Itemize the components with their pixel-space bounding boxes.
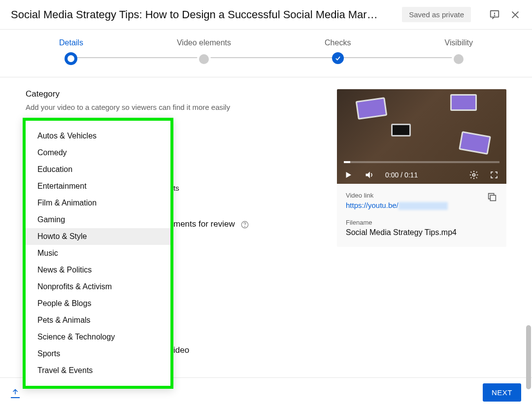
svg-point-6 — [245, 226, 245, 227]
save-status-badge: Saved as private — [402, 7, 471, 22]
link-redacted — [399, 202, 448, 210]
stepper: Details Video elements Checks Visibility — [0, 30, 532, 77]
step-visibility[interactable]: Visibility — [445, 38, 473, 66]
play-icon[interactable] — [344, 170, 354, 180]
video-link-label: Video link — [346, 192, 448, 199]
category-option[interactable]: Nonprofits & Activism — [26, 278, 170, 295]
volume-icon[interactable] — [365, 170, 374, 180]
step-dot — [197, 52, 211, 66]
step-dot — [65, 52, 77, 65]
obscured-text: ts — [173, 184, 179, 192]
video-thumbnail[interactable]: 0:00 / 0:11 — [337, 89, 506, 184]
step-details[interactable]: Details — [59, 38, 83, 65]
category-option[interactable]: Gaming — [26, 211, 170, 228]
svg-marker-8 — [366, 171, 370, 178]
step-checks[interactable]: Checks — [325, 38, 351, 64]
step-label: Video elements — [177, 38, 231, 47]
category-option[interactable]: Film & Animation — [26, 195, 170, 211]
filename-label: Filename — [346, 219, 498, 226]
step-label: Checks — [325, 38, 351, 47]
upload-status-icon[interactable] — [11, 387, 20, 398]
svg-marker-7 — [346, 172, 352, 178]
category-option[interactable]: Sports — [26, 345, 170, 362]
fullscreen-icon[interactable] — [490, 170, 499, 180]
category-option[interactable]: News & Politics — [26, 262, 170, 278]
video-preview-card: 0:00 / 0:11 Video link https://youtu.be/ — [337, 89, 506, 247]
feedback-icon[interactable] — [489, 9, 500, 21]
svg-point-9 — [473, 174, 475, 176]
decor — [450, 94, 477, 111]
category-option[interactable]: Entertainment — [26, 178, 170, 195]
video-progress-fill — [344, 161, 350, 163]
video-progress-bar[interactable] — [344, 161, 499, 163]
video-link[interactable]: https://youtu.be/ — [346, 201, 448, 210]
settings-icon[interactable] — [469, 170, 479, 180]
step-label: Visibility — [445, 38, 473, 47]
scrollbar-thumb[interactable] — [526, 325, 531, 389]
category-option[interactable]: Pets & Animals — [26, 312, 170, 329]
filename-value: Social Media Strategy Tips.mp4 — [346, 228, 498, 237]
decor — [391, 124, 411, 136]
next-button[interactable]: NEXT — [483, 383, 521, 402]
category-option[interactable]: Travel & Events — [26, 362, 170, 379]
step-label: Details — [59, 38, 83, 47]
category-option[interactable]: Science & Technology — [26, 329, 170, 345]
copy-icon[interactable] — [487, 192, 498, 203]
page-title: Social Media Strategy Tips: How to Desig… — [11, 8, 392, 21]
svg-rect-10 — [490, 195, 496, 201]
category-option[interactable]: Music — [26, 245, 170, 262]
category-dropdown[interactable]: Autos & Vehicles Comedy Education Entert… — [23, 118, 173, 389]
category-option[interactable]: Education — [26, 161, 170, 178]
step-dot — [452, 52, 466, 66]
close-icon[interactable] — [509, 9, 521, 21]
svg-point-2 — [494, 15, 495, 16]
video-time: 0:00 / 0:11 — [385, 171, 418, 179]
category-title: Category — [26, 89, 327, 99]
category-description: Add your video to a category so viewers … — [26, 103, 327, 111]
step-video-elements[interactable]: Video elements — [177, 38, 231, 66]
category-option[interactable]: People & Blogs — [26, 295, 170, 312]
obscured-text: ments for review — [173, 219, 235, 229]
help-icon[interactable] — [240, 220, 249, 229]
stepper-line — [74, 57, 458, 58]
obscured-text: ideo — [173, 345, 189, 355]
category-option[interactable]: Howto & Style — [26, 228, 170, 245]
decor — [356, 97, 388, 120]
category-option[interactable]: Comedy — [26, 144, 170, 161]
category-option[interactable]: Autos & Vehicles — [26, 128, 170, 144]
step-dot-done — [332, 52, 344, 64]
decor — [459, 131, 491, 155]
